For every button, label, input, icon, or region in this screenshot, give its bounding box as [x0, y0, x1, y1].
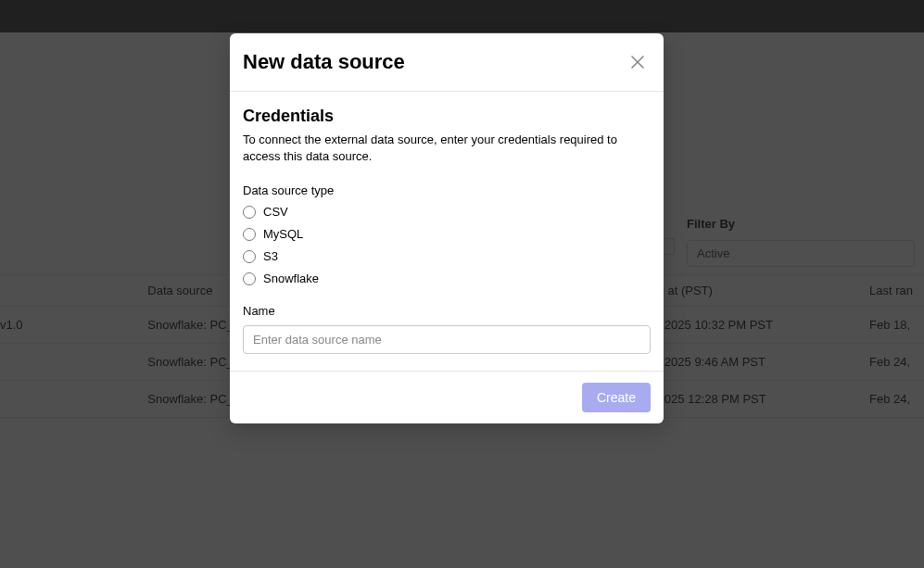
credentials-heading: Credentials [243, 107, 651, 126]
radio-option-s3[interactable]: S3 [243, 249, 651, 263]
create-button[interactable]: Create [582, 383, 651, 412]
radio-label: S3 [263, 249, 278, 263]
modal-header: New data source [230, 33, 664, 92]
radio-label: MySQL [263, 227, 303, 241]
radio-label: CSV [263, 205, 288, 219]
radio-option-snowflake[interactable]: Snowflake [243, 271, 651, 285]
radio-option-csv[interactable]: CSV [243, 205, 651, 219]
modal-title: New data source [243, 50, 405, 74]
credentials-description: To connect the external data source, ent… [243, 132, 651, 165]
radio-icon [243, 250, 256, 263]
data-source-type-label: Data source type [243, 183, 651, 197]
data-source-type-group: CSV MySQL S3 Snowflake [243, 205, 651, 285]
radio-icon [243, 272, 256, 285]
modal-footer: Create [230, 371, 664, 423]
radio-label: Snowflake [263, 271, 319, 285]
radio-option-mysql[interactable]: MySQL [243, 227, 651, 241]
new-data-source-modal: New data source Credentials To connect t… [230, 33, 664, 423]
name-field-label: Name [243, 304, 651, 318]
close-icon [631, 56, 644, 69]
radio-icon [243, 206, 256, 219]
modal-body: Credentials To connect the external data… [230, 92, 664, 371]
radio-icon [243, 228, 256, 241]
close-button[interactable] [627, 51, 649, 73]
data-source-name-input[interactable] [243, 325, 651, 354]
